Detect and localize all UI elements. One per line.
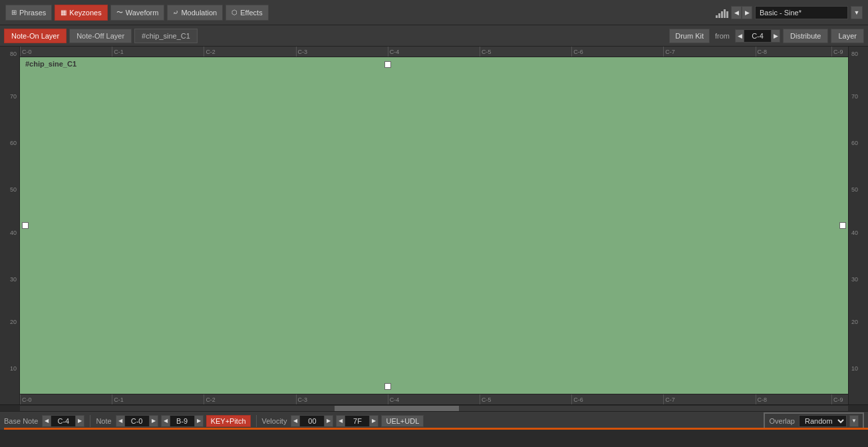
distribute-button[interactable]: Distribute: [783, 29, 828, 43]
horizontal-scrollbar[interactable]: [0, 404, 868, 411]
base-note-prev-button[interactable]: ◀: [42, 415, 51, 427]
from-nav: ◀ C-4 ▶: [735, 29, 780, 43]
y-tick-right-10: 10: [851, 365, 858, 372]
modulation-icon: ⤾: [173, 9, 178, 16]
ruler-tick-c1-bottom: C-1: [112, 394, 124, 404]
from-prev-button[interactable]: ◀: [735, 29, 744, 43]
ruler-tick-c0-bottom: C-0: [20, 394, 32, 404]
handle-left-middle[interactable]: [22, 222, 29, 229]
layer-label: Layer: [838, 32, 857, 40]
note-from-prev-button[interactable]: ◀: [116, 415, 125, 427]
note-from-value: C-0: [125, 415, 149, 427]
modulation-label: Modulation: [181, 9, 217, 17]
scroll-thumb[interactable]: [335, 406, 459, 411]
from-value: C-4: [744, 29, 771, 43]
from-value-text: C-4: [752, 32, 764, 40]
ruler-tick-c5-bottom: C-5: [480, 394, 492, 404]
waveform-tab[interactable]: 〜 Waveform: [110, 5, 165, 21]
velocity-from-text: 00: [308, 417, 316, 425]
preset-next-button[interactable]: ▶: [742, 6, 752, 19]
ruler-tick-c7-bottom: C-7: [663, 394, 675, 404]
ruler-tick-c1-top: C-1: [112, 47, 124, 57]
handle-bottom-center[interactable]: [384, 383, 391, 390]
note-from-text: C-0: [131, 417, 143, 425]
keyzone-label: #chip_sine_C1: [25, 60, 76, 68]
y-tick-right-80: 80: [851, 51, 858, 57]
velocity-to-next-button[interactable]: ▶: [369, 415, 378, 427]
velocity-from-value: 00: [300, 415, 324, 427]
y-tick-right-20: 20: [851, 319, 858, 325]
y-tick-right-30: 30: [851, 276, 858, 283]
ruler-tick-c8-top: C-8: [756, 47, 768, 57]
preset-prev-button[interactable]: ◀: [731, 6, 742, 19]
ruler-tick-c3-bottom: C-3: [296, 394, 308, 404]
bottom-ruler: C-0 C-1 C-2 C-3 C-4 C-5 C-6 C-7 C-8 C-9: [20, 394, 848, 404]
keyzone-area: 80 70 60 50 40 30 20 10 C-0 C-1 C-2 C-3 …: [0, 47, 868, 404]
ruler-tick-c9-bottom: C-9: [831, 394, 843, 404]
from-label: from: [715, 32, 730, 40]
velocity-to-prev-button[interactable]: ◀: [336, 415, 345, 427]
y-tick-right-40: 40: [851, 229, 858, 236]
phrases-tab[interactable]: ⊞ Phrases: [5, 5, 52, 21]
keyzones-tab[interactable]: ▦ Keyzones: [55, 5, 107, 21]
ruler-tick-c9-top: C-9: [831, 47, 843, 57]
y-tick-10: 10: [10, 365, 17, 372]
waveform-label: Waveform: [126, 9, 159, 17]
top-ruler: C-0 C-1 C-2 C-3 C-4 C-5 C-6 C-7 C-8 C-9: [20, 47, 848, 57]
ruler-tick-c6-bottom: C-6: [571, 394, 583, 404]
velocity-from-prev-button[interactable]: ◀: [291, 415, 300, 427]
layer-button[interactable]: Layer: [831, 29, 864, 43]
overlap-area: Overlap Random ▼: [764, 412, 864, 430]
bottom-orange-line: [4, 428, 868, 430]
ruler-tick-c8-bottom: C-8: [756, 394, 768, 404]
y-ruler-left: 80 70 60 50 40 30 20 10: [0, 47, 20, 404]
velocity-from-nav: ◀ 00 ▶: [291, 415, 333, 427]
velocity-from-next-button[interactable]: ▶: [324, 415, 333, 427]
note-to-next-button[interactable]: ▶: [194, 415, 204, 427]
phrases-icon: ⊞: [11, 9, 17, 16]
uel-button[interactable]: UEL+UDL: [381, 415, 424, 427]
base-note-value-text: C-4: [58, 417, 70, 425]
note-to-text: B-9: [176, 417, 188, 425]
preset-area: ◀ ▶ Basic - Sine* ▼: [716, 6, 863, 19]
note-to-nav: ◀ B-9 ▶: [161, 415, 204, 427]
velocity-to-nav: ◀ 7F ▶: [336, 415, 378, 427]
y-tick-50: 50: [10, 186, 17, 193]
ruler-tick-c6-top: C-6: [571, 47, 583, 57]
overlap-dropdown-button[interactable]: ▼: [849, 415, 859, 427]
note-on-layer-tab[interactable]: Note-On Layer: [4, 29, 67, 43]
preset-name: Basic - Sine*: [755, 6, 848, 19]
modulation-tab[interactable]: ⤾ Modulation: [167, 5, 223, 21]
note-label: Note: [96, 417, 111, 425]
scroll-track: [20, 406, 848, 411]
y-tick-40: 40: [10, 229, 17, 236]
preset-dropdown-button[interactable]: ▼: [851, 6, 863, 19]
note-off-layer-tab[interactable]: Note-Off Layer: [69, 29, 132, 43]
y-tick-30: 30: [10, 276, 17, 283]
y-tick-right-50: 50: [851, 186, 858, 193]
ruler-tick-c7-top: C-7: [663, 47, 675, 57]
main-canvas: C-0 C-1 C-2 C-3 C-4 C-5 C-6 C-7 C-8 C-9 …: [20, 47, 848, 404]
y-ruler-right: 80 70 60 50 40 30 20 10: [848, 47, 868, 404]
from-next-button[interactable]: ▶: [771, 29, 780, 43]
handle-top-center[interactable]: [384, 61, 391, 68]
note-from-next-button[interactable]: ▶: [149, 415, 158, 427]
preset-nav: ◀ ▶: [731, 6, 752, 19]
effects-tab[interactable]: ⬡ Effects: [225, 5, 268, 21]
base-note-next-button[interactable]: ▶: [75, 415, 84, 427]
y-tick-60: 60: [10, 140, 17, 146]
note-to-prev-button[interactable]: ◀: [161, 415, 170, 427]
chip-sine-tab[interactable]: #chip_sine_C1: [134, 29, 198, 43]
drum-kit-area: Drum Kit from ◀ C-4 ▶ Distribute Layer: [669, 29, 864, 43]
drum-kit-button[interactable]: Drum Kit: [669, 29, 710, 43]
keyzones-icon: ▦: [61, 9, 67, 16]
handle-right-middle[interactable]: [839, 222, 846, 229]
base-note-value: C-4: [51, 415, 75, 427]
overlap-select[interactable]: Random: [799, 415, 847, 427]
ruler-tick-c2-top: C-2: [204, 47, 216, 57]
key-pitch-button[interactable]: KEY+Pitch: [206, 415, 251, 427]
keyzone-canvas[interactable]: #chip_sine_C1: [20, 57, 848, 394]
ruler-tick-c0-top: C-0: [20, 47, 32, 57]
effects-icon: ⬡: [231, 9, 237, 16]
note-from-nav: ◀ C-0 ▶: [116, 415, 158, 427]
